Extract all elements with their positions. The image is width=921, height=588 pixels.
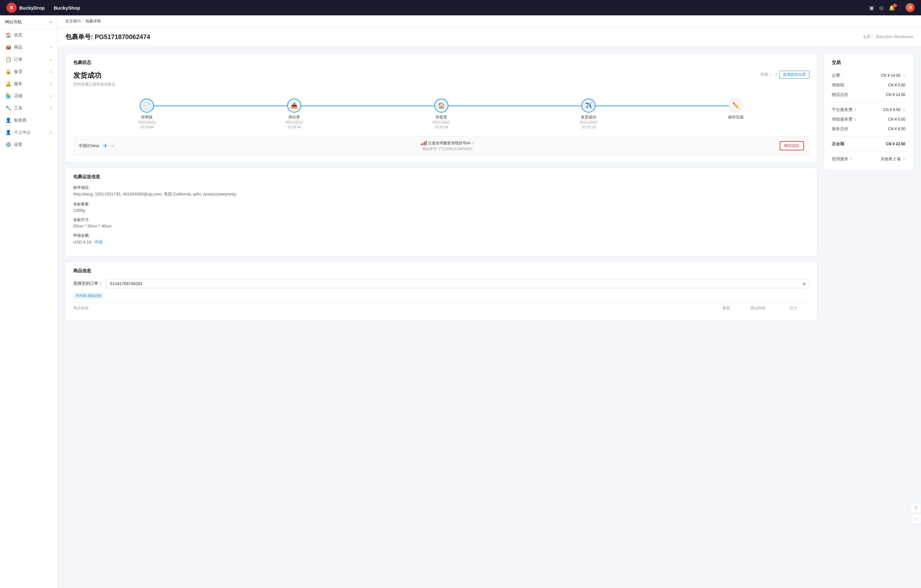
address-value: May,Wang, 15011501735, 401404989@qq.com,… bbox=[73, 191, 809, 197]
weight-label: 实标重量: bbox=[73, 202, 809, 207]
trans-row-logistics-total: 物流总价 CN ¥ 14.00 bbox=[832, 90, 905, 99]
right-tool-question[interactable]: ? bbox=[911, 503, 921, 513]
size-row: 实标尺寸: 20cm * 30cm * 40cm bbox=[73, 217, 809, 228]
page-title: 包裹单号: PG5171870062474 bbox=[65, 33, 150, 41]
step-date-4: 2021/10/12 10:20:18 bbox=[580, 120, 597, 130]
chevron-down-icon: ∨ bbox=[50, 94, 52, 98]
value-added-info-icon: ℹ bbox=[854, 117, 856, 121]
sidebar-item-home[interactable]: 🏠 首页 bbox=[0, 29, 57, 41]
product-info-card: 商品信息 选择您的订单： S1341768746281 ∨ 咋咋家 原创定制 商… bbox=[65, 261, 817, 320]
track-button[interactable]: 物流追踪 bbox=[779, 141, 804, 150]
orders-icon: 📋 bbox=[5, 57, 11, 62]
sidebar-item-shop[interactable]: 🏪 店铺 ∨ bbox=[0, 90, 57, 102]
trans-row-platform-fee: 平台服务费 ℹ CN ¥ 8.50 ∨ bbox=[832, 105, 905, 114]
sidebar-item-stock[interactable]: 🔒 备货 ∨ bbox=[0, 65, 57, 78]
status-timeline: 📄 待审核 2021/10/12 10:19:44 📤 待出库 2021/ bbox=[73, 99, 809, 130]
sidebar-item-products[interactable]: 📦 商品 ∨ bbox=[0, 41, 57, 54]
status-sub-text: 您的包裹已被快递员取走 bbox=[73, 81, 116, 87]
trans-label-total: 总金额 bbox=[832, 141, 844, 147]
sidebar-item-orders[interactable]: 📋 订单 ∨ bbox=[0, 54, 57, 65]
status-text-area: 发货成功 您的包裹已被快递员取走 bbox=[73, 71, 116, 93]
expand-icon[interactable]: ∨ bbox=[903, 108, 905, 112]
account-icon: 👤 bbox=[5, 130, 11, 135]
step-label-3: 待发货 bbox=[436, 114, 447, 120]
sidebar-menu-icon[interactable]: ≡ bbox=[50, 20, 52, 24]
products-icon: 📦 bbox=[5, 44, 11, 50]
details-link[interactable]: 详情 bbox=[94, 239, 103, 244]
time-label: 时限： bbox=[761, 72, 772, 77]
content-area: 包裹状态 发货成功 您的包裹已被快递员取走 时限： ℹ 使用优先出库 bbox=[57, 47, 921, 588]
main-content: 发货履约 / 包裹详情 包裹单号: PG5171870062474 仓库： Sh… bbox=[57, 15, 921, 588]
service-icon: 🔔 bbox=[5, 81, 11, 87]
breadcrumb: 发货履约 / 包裹详情 bbox=[57, 15, 921, 28]
timeline-step-5: ✏️ 操作完成 bbox=[662, 99, 809, 120]
step-label-2: 待出库 bbox=[288, 114, 300, 120]
declared-label: 申报金额: bbox=[73, 233, 809, 238]
right-tool-up[interactable]: ↑ bbox=[911, 514, 921, 524]
nav-icons: ▣ ◎ 🔔 1 用 bbox=[869, 3, 914, 12]
size-value: 20cm * 30cm * 40cm bbox=[73, 224, 809, 228]
brand-name-2[interactable]: BuckyShop bbox=[54, 5, 80, 11]
sidebar-item-account[interactable]: 👤 个人中心 ∨ bbox=[0, 126, 57, 138]
declared-value: USD 6.19 bbox=[73, 239, 91, 244]
address-label: 收件地址: bbox=[73, 185, 809, 191]
route-mid: 云途全球服装专线挂号en ℹ 物流单号: YT212852123603882 bbox=[119, 140, 776, 151]
brand-name-1[interactable]: BuckyDrop bbox=[19, 5, 45, 11]
sidebar-item-manufacturers[interactable]: 👤 制造商 bbox=[0, 114, 57, 126]
step-icon-1: 📄 bbox=[140, 99, 154, 112]
sidebar-item-service[interactable]: 🔔 服务 ∨ bbox=[0, 78, 57, 90]
breadcrumb-parent[interactable]: 发货履约 bbox=[65, 19, 81, 24]
trans-value-service-total: CN ¥ 8.50 bbox=[888, 127, 905, 131]
route-arrow-icon: ✈ → bbox=[103, 142, 115, 150]
sidebar-item-tools[interactable]: 🔧 工具 ∨ bbox=[0, 102, 57, 114]
shipping-route: 中国/China ✈ → 云途全球服装专线挂号en bbox=[73, 136, 809, 155]
breadcrumb-current: 包裹详情 bbox=[85, 19, 101, 24]
trans-label-freight: 运费 bbox=[832, 73, 840, 78]
trans-row-freight: 运费 CN ¥ 14.00 ∨ bbox=[832, 71, 905, 80]
tools-icon: 🔧 bbox=[5, 105, 11, 111]
trans-value-services-used: 共使用 2 项 ∨ bbox=[881, 156, 905, 162]
trans-value-logistics-total: CN ¥ 14.00 bbox=[886, 93, 905, 97]
sidebar-item-label: 首页 bbox=[14, 32, 23, 38]
trans-value-freight: CN ¥ 14.00 ∨ bbox=[881, 73, 905, 78]
product-card-title: 商品信息 bbox=[73, 268, 809, 274]
trans-value-total: CN ¥ 22.50 bbox=[886, 142, 905, 146]
sidebar-item-label: 商品 bbox=[14, 44, 23, 50]
trans-label-platform-fee: 平台服务费 ℹ bbox=[832, 107, 856, 112]
expand-icon[interactable]: ∨ bbox=[903, 73, 905, 77]
trans-row-value-added: 增值服务费 ℹ CN ¥ 0.00 bbox=[832, 114, 905, 124]
trans-label-services-used: 使用服务 ℹ bbox=[832, 156, 852, 162]
step-label-1: 待审核 bbox=[141, 114, 153, 120]
trans-row-services-used: 使用服务 ℹ 共使用 2 项 ∨ bbox=[832, 154, 905, 164]
timeline-step-3: 🏠 待发货 2021/10/12 10:20:08 bbox=[368, 99, 515, 130]
step-date-3: 2021/10/12 10:20:08 bbox=[432, 120, 450, 130]
sidebar-item-label: 工具 bbox=[14, 105, 23, 111]
manufacturers-icon: 👤 bbox=[5, 117, 11, 123]
trans-value-value-added: CN ¥ 0.00 bbox=[888, 117, 905, 122]
help-icon[interactable]: ◎ bbox=[879, 5, 884, 11]
carrier-name: 云途全球服装专线挂号en bbox=[428, 140, 470, 146]
sidebar-item-label: 订单 bbox=[14, 57, 23, 62]
logo-area: B BuckyDrop BuckyShop bbox=[7, 3, 80, 13]
col-weight-header: 重量 bbox=[713, 306, 739, 311]
priority-button[interactable]: 使用优先出库 bbox=[779, 71, 809, 79]
expand-icon[interactable]: ∨ bbox=[903, 157, 905, 161]
address-row: 收件地址: May,Wang, 15011501735, 401404989@q… bbox=[73, 185, 809, 197]
chevron-down-icon: ∨ bbox=[50, 130, 52, 135]
trans-row-service-total: 服务总价 CN ¥ 8.50 bbox=[832, 124, 905, 134]
avatar[interactable]: 用 bbox=[906, 3, 914, 12]
shipping-info-title: 包裹运送信息 bbox=[73, 174, 809, 180]
stock-icon: 🔒 bbox=[5, 69, 11, 75]
sidebar-item-label: 备货 bbox=[14, 69, 23, 75]
col-name-header: 商品名称 bbox=[73, 306, 713, 311]
warehouse-info: 仓库： Shenzhen Warehouse bbox=[863, 34, 913, 40]
chevron-down-icon: ∨ bbox=[50, 46, 52, 50]
chevron-down-icon: ∨ bbox=[50, 58, 52, 62]
order-select[interactable]: S1341768746281 ∨ bbox=[106, 279, 809, 288]
notification-icon[interactable]: 🔔 1 bbox=[889, 5, 895, 11]
sidebar-item-label: 设置 bbox=[14, 142, 23, 148]
sidebar-item-settings[interactable]: ⚙️ 设置 bbox=[0, 138, 57, 151]
status-success-text: 发货成功 bbox=[73, 71, 116, 80]
sidebar-item-label: 个人中心 bbox=[14, 130, 31, 135]
document-icon[interactable]: ▣ bbox=[869, 5, 874, 11]
